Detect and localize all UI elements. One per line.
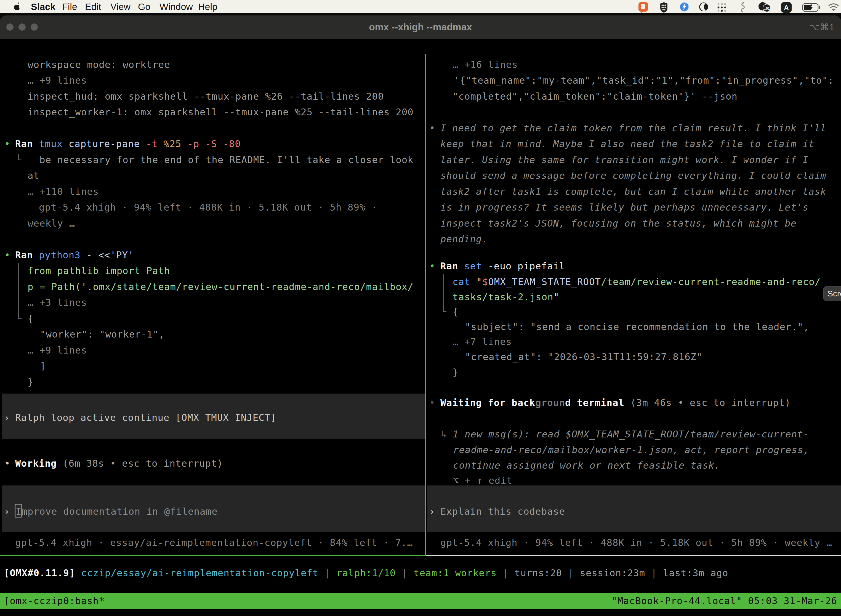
apple-icon (13, 2, 22, 13)
terminal-window: workspace_mode: worktree… +9 linesinspec… (0, 15, 841, 616)
left-pane-line: • (4, 458, 10, 469)
menu-item-app[interactable]: Slack (31, 0, 56, 13)
terminal: workspace_mode: worktree… +9 linesinspec… (0, 54, 841, 608)
left-pane-line: └ be necessary for the end of the README… (16, 154, 413, 166)
menu-item-window[interactable]: Window (160, 0, 193, 13)
left-pane-line: gpt-5.4 xhigh · 94% left · 488K in · 5.1… (39, 202, 378, 213)
right-pane-line: cat "$OMX_TEAM_STATE_ROOT/team/review-cu… (453, 276, 820, 287)
left-pane-line: weekly … (28, 218, 75, 229)
apple-menu[interactable] (13, 0, 22, 13)
right-pane-line: • (429, 123, 435, 134)
grid-menu-icon[interactable] (716, 2, 727, 14)
menu-item-help[interactable]: Help (198, 0, 217, 13)
right-pane-line: task2 after task1 is complete, but can I… (440, 186, 826, 197)
slack-notification-icon[interactable] (638, 2, 648, 15)
left-pane-line: Ralph loop active continue [OMX_TMUX_INJ… (15, 412, 277, 423)
right-pane-line: "created_at": "2026-03-31T11:59:27.816Z" (465, 351, 702, 363)
left-pane-bottom-border (0, 555, 425, 556)
count-badge-icon[interactable]: ..61 (758, 2, 771, 13)
tmux-status-bar: [omx-cczip0:bash* "MacBook-Pro-44.local"… (0, 593, 841, 609)
privacy-shield-icon[interactable] (659, 2, 668, 14)
left-pane-line: } (28, 377, 34, 388)
battery-icon[interactable] (802, 3, 820, 13)
left-pane-line: Working (6m 38s • esc to interrupt) (15, 458, 223, 469)
right-pane-line: Explain this codebase (440, 506, 565, 517)
screen-tooltip: Scre (823, 286, 841, 301)
left-pane-line: └ { (16, 313, 34, 324)
right-pane-line: inspect task2's JSON, focusing on the st… (440, 218, 797, 229)
badge-count-label: ..61 (764, 6, 770, 10)
left-pane-line: inspect_worker-1: omx sparkshell --tmux-… (28, 107, 413, 118)
screen-capture-icon[interactable] (699, 2, 709, 13)
right-pane-line: ⌥ + ↑ edit (453, 475, 512, 486)
right-pane-line: Ran set -euo pipefail (440, 261, 565, 272)
right-pane-line: } (453, 367, 459, 378)
right-pane-line: › (429, 506, 435, 517)
left-pane-line: Ran tmux capture-pane -t %25 -p -S -80 (15, 138, 241, 150)
left-pane-line: … +110 lines (28, 186, 99, 197)
right-pane-line: … +7 lines (453, 336, 512, 348)
right-pane-line: continue assigned work or next feasible … (453, 460, 720, 471)
right-pane-bottom-border (426, 555, 841, 556)
left-pane-line: … +9 lines (28, 75, 87, 86)
menu-item-view[interactable]: View (110, 0, 130, 13)
input-source-icon[interactable]: A (781, 2, 792, 14)
right-pane-line: └ { (441, 306, 459, 317)
right-pane-line: later. Using the same for transition mig… (440, 154, 809, 166)
menu-bar: Slack File Edit View Go Window Help ..61… (0, 0, 841, 13)
right-pane-line: Waiting for background terminal (3m 46s … (440, 397, 791, 408)
right-pane-line: '{"team_name":"my-team","task_id":"1","f… (454, 75, 834, 86)
menu-item-go[interactable]: Go (138, 0, 150, 13)
left-pane-line: • (4, 138, 10, 150)
right-pane-line: keep that in mind. Maybe I also need the… (440, 138, 815, 150)
right-pane-line: readme-and-reco/mailbox/worker-1.json, a… (453, 444, 809, 456)
right-pane-line: gpt-5.4 xhigh · 94% left · 488K in · 5.1… (440, 537, 832, 549)
menu-item-file[interactable]: File (62, 0, 77, 13)
right-pane-line: tasks/task-2.json" (453, 292, 559, 303)
right-pane-line: • (429, 397, 435, 408)
tmux-session-label: [omx-cczip0:bash* (4, 593, 105, 609)
right-pane-line: pending. (440, 233, 488, 245)
code-block-gutter (443, 274, 444, 308)
left-pane-line: Improve documentation in @filename (16, 506, 218, 517)
menu-item-edit[interactable]: Edit (85, 0, 101, 13)
left-pane-line: ] (40, 361, 46, 372)
right-pane-line: "subject": "send a concise recommendatio… (465, 321, 809, 333)
left-pane-line: … +9 lines (28, 345, 87, 356)
left-pane-line: • (4, 249, 10, 261)
right-pane-line: should send a message before completing … (440, 170, 826, 181)
omx-status-line: [OMX#0.11.9] cczip/essay/ai-reimplementa… (4, 568, 728, 579)
left-pane-line: Ran python3 - <<'PY' (15, 249, 134, 261)
key-chain-icon[interactable] (740, 2, 746, 15)
left-pane-line: workspace_mode: worktree (28, 59, 170, 70)
left-pane-line: from pathlib import Path (28, 265, 170, 277)
right-pane-line: I need to get the claim token from the c… (440, 123, 826, 134)
right-pane-line: • (429, 261, 435, 272)
left-pane-line: … +3 lines (28, 297, 87, 308)
left-pane-line: › (4, 506, 10, 517)
left-pane-line: › (4, 412, 10, 423)
left-pane-line: at (28, 170, 40, 181)
pane-divider[interactable] (425, 54, 426, 556)
right-pane-line: is in progress? It seems likely but perh… (440, 202, 809, 213)
input-source-label: A (784, 4, 788, 11)
window-title: omx --xhigh --madmax (0, 15, 841, 39)
right-pane-line: ↳ 1 new msg(s): read $OMX_TEAM_STATE_ROO… (441, 428, 809, 440)
window-shortcut: ⌥⌘1 (809, 15, 834, 39)
left-pane-line: gpt-5.4 xhigh · essay/ai-reimplementatio… (15, 537, 413, 549)
right-pane-line: … +16 lines (453, 59, 518, 70)
sync-bolt-icon[interactable] (679, 2, 689, 13)
right-pane-line: "completed","claim_token":"claim-token"}… (453, 91, 737, 102)
left-pane-line: inspect_hud: omx sparkshell --tmux-pane … (28, 91, 384, 102)
left-pane-line: "worker": "worker-1", (40, 329, 165, 340)
wifi-icon[interactable] (828, 3, 840, 12)
code-block-gutter (18, 263, 19, 316)
tmux-host-clock: "MacBook-Pro-44.local" 05:03 31-Mar-26 (611, 593, 837, 609)
left-pane-line: p = Path('.omx/state/team/review-current… (28, 281, 413, 293)
